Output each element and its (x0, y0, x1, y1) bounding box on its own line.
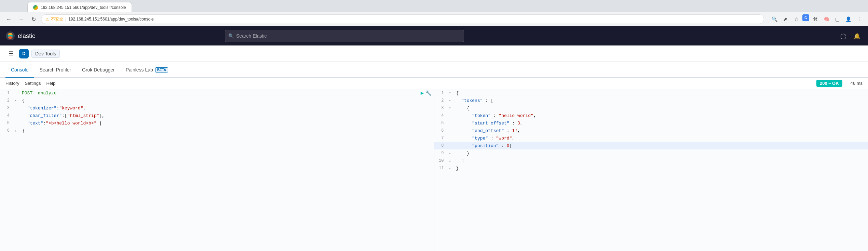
settings-button[interactable]: Settings (25, 81, 41, 86)
result-line-gutter-10: ▴ (447, 159, 453, 163)
run-icon[interactable]: ▶ (421, 90, 424, 96)
result-line-number-2: 2 (434, 98, 447, 103)
user-icon[interactable]: 👤 (843, 14, 853, 24)
header-right: ◯ 🔔 (838, 30, 863, 41)
profile-button[interactable]: 🛠 (811, 14, 820, 24)
result-line-number-4: 4 (434, 113, 447, 118)
tools-icon[interactable]: 🔧 (425, 90, 431, 96)
elastic-header: elastic 🔍 ◯ 🔔 (0, 26, 868, 45)
security-label: 不安全 (51, 16, 63, 22)
console-toolbar: History Settings Help 200 – OK 46 ms (0, 78, 868, 89)
tab-grok-debugger[interactable]: Grok Debugger (77, 63, 120, 78)
line-actions-1: ▶ 🔧 (418, 90, 434, 96)
app-nav: ☰ D Dev Tools (0, 45, 868, 62)
browser-addressbar: ← → ↻ ⚠ 不安全 | 192.168.245.151:5601/app/d… (0, 12, 868, 26)
line-number-2: 2 (0, 98, 12, 103)
result-line-4: 4 "token" : "hello world", (434, 112, 868, 119)
result-line-7: 7 "type" : "word", (434, 134, 868, 142)
search-browser-button[interactable]: 🔍 (770, 14, 779, 24)
result-line-3: 3 ▾ { (434, 104, 868, 112)
line-content-3: "tokenizer":"keyword", (19, 106, 434, 111)
extension-icon[interactable]: G (802, 14, 809, 21)
result-line-11: 11 ▴ } (434, 164, 868, 172)
result-line-number-8: 8 (434, 143, 447, 148)
bookmark-button[interactable]: ☆ (791, 14, 801, 24)
result-line-gutter-1: ▾ (447, 91, 453, 95)
share-button[interactable]: ⬈ (781, 14, 790, 24)
result-line-number-1: 1 (434, 91, 447, 95)
line-number-1: 1 (0, 91, 12, 95)
editor-line-3: 3 "tokenizer":"keyword", (0, 104, 434, 112)
result-line-content-5: "start_offset" : 3, (453, 121, 868, 126)
elastic-search-input[interactable] (225, 30, 464, 42)
result-line-gutter-3: ▾ (447, 106, 453, 110)
tab-favicon (33, 5, 38, 10)
result-line-number-6: 6 (434, 128, 447, 133)
line-number-5: 5 (0, 121, 12, 126)
breadcrumb-app-label[interactable]: Dev Tools (31, 50, 60, 58)
result-pane: 1 ▾ { 2 ▾ "tokens" : [ 3 ▾ { 4 "token" :… (434, 89, 868, 251)
line-number-6: 6 (0, 128, 12, 133)
address-bar[interactable]: ⚠ 不安全 | 192.168.245.151:5601/app/dev_too… (41, 14, 764, 24)
result-line-content-3: { (453, 106, 868, 111)
result-line-content-6: "end_offset" : 17, (453, 128, 868, 133)
search-wrapper: 🔍 (225, 30, 464, 42)
tab-painless-lab-label: Painless Lab (126, 67, 153, 72)
result-line-content-1: { (453, 91, 868, 96)
result-line-gutter-9: ▴ (447, 151, 453, 155)
browser-chrome: 192.168.245.151:5601/app/dev_tools#/cons… (0, 0, 868, 26)
result-line-content-2: "tokens" : [ (453, 98, 868, 103)
tab-search-profiler[interactable]: Search Profiler (34, 63, 77, 78)
result-line-gutter-2: ▾ (447, 98, 453, 103)
result-line-2: 2 ▾ "tokens" : [ (434, 97, 868, 104)
breadcrumb: D Dev Tools (19, 49, 60, 58)
elastic-search-container: 🔍 (225, 30, 464, 42)
line-content-1: POST _analyze (19, 91, 418, 96)
tab-painless-lab[interactable]: Painless Lab BETA (120, 63, 174, 78)
request-editor[interactable]: 1 POST _analyze ▶ 🔧 2 ▾ { 3 "tokenizer":… (0, 89, 434, 251)
browser-tabs: 192.168.245.151:5601/app/dev_tools#/cons… (0, 0, 868, 12)
line-number-4: 4 (0, 113, 12, 118)
separator: | (65, 17, 66, 22)
help-circle-icon[interactable]: ◯ (838, 30, 849, 41)
reload-button[interactable]: ↻ (29, 14, 38, 24)
result-line-number-5: 5 (434, 121, 447, 126)
help-button[interactable]: Help (46, 81, 55, 86)
menu-button[interactable]: ⋮ (854, 14, 864, 24)
elastic-logo[interactable]: elastic (5, 31, 35, 41)
result-line-content-10: ] (453, 158, 868, 163)
forward-button[interactable]: → (16, 14, 26, 24)
editor-line-4: 4 "char_filter":["html_strip"], (0, 112, 434, 119)
security-icon: ⚠ (45, 17, 49, 22)
tab-console[interactable]: Console (5, 63, 34, 78)
result-line-number-7: 7 (434, 136, 447, 141)
result-line-number-11: 11 (434, 166, 447, 171)
result-line-9: 9 ▴ } (434, 149, 868, 157)
elastic-logo-text: elastic (18, 32, 35, 40)
devtools-tabs: Console Search Profiler Grok Debugger Pa… (0, 62, 868, 78)
browser-actions: 🔍 ⬈ ☆ G 🛠 🧠 ▢ 👤 ⋮ (770, 14, 864, 24)
tab-title: 192.168.245.151:5601/app/dev_tools#/cons… (41, 5, 126, 10)
line-number-3: 3 (0, 106, 12, 110)
result-line-number-9: 9 (434, 151, 447, 156)
line-gutter-2: ▾ (12, 98, 19, 103)
window-icon[interactable]: ▢ (832, 14, 842, 24)
elastic-logo-svg (5, 31, 15, 41)
browser-tab[interactable]: 192.168.245.151:5601/app/dev_tools#/cons… (27, 2, 132, 12)
result-line-number-3: 3 (434, 106, 447, 110)
line-content-5: "text":"<b>hello world<b>" | (19, 121, 434, 126)
tab-console-label: Console (11, 67, 28, 72)
line-gutter-6: ▴ (12, 129, 19, 133)
result-line-8: 8 "position" : 0| (434, 142, 868, 149)
address-text: 192.168.245.151:5601/app/dev_tools#/cons… (68, 17, 154, 22)
status-badge: 200 – OK (816, 80, 842, 87)
result-line-1: 1 ▾ { (434, 89, 868, 97)
extension-puzzle-icon[interactable]: 🧠 (822, 14, 831, 24)
history-button[interactable]: History (5, 81, 19, 86)
hamburger-button[interactable]: ☰ (5, 48, 16, 59)
app-avatar[interactable]: D (19, 49, 29, 58)
back-button[interactable]: ← (4, 14, 14, 24)
result-line-gutter-11: ▴ (447, 166, 453, 170)
editor-line-2: 2 ▾ { (0, 97, 434, 104)
notifications-icon[interactable]: 🔔 (852, 30, 863, 41)
